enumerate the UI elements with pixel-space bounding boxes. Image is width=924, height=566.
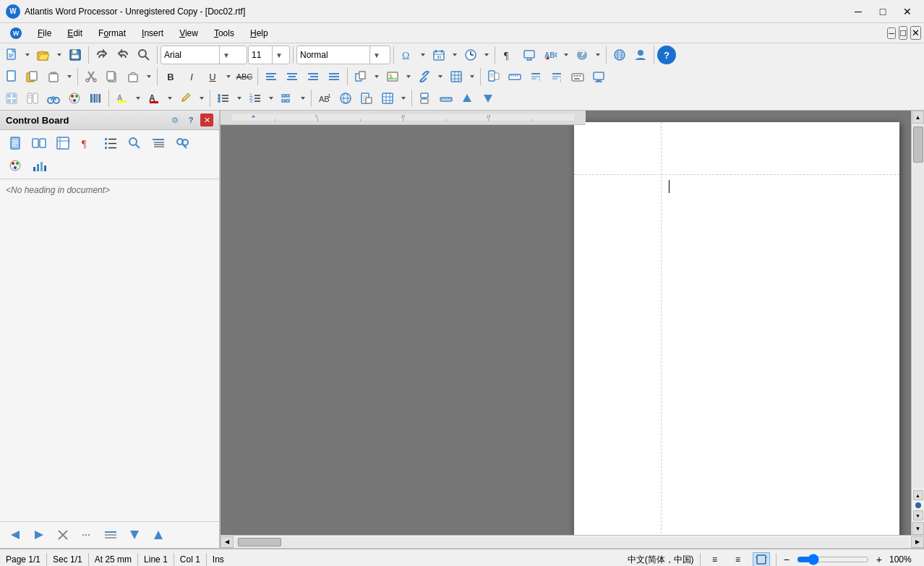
hscroll-track[interactable] (235, 537, 910, 547)
nav-up-button[interactable] (457, 88, 477, 108)
menu-tools[interactable]: Tools (207, 25, 241, 41)
new-button[interactable] (1, 45, 22, 65)
hscroll-left-button[interactable]: ◀ (221, 536, 234, 548)
strikethrough-button[interactable]: ABC (234, 67, 254, 87)
ruler-button[interactable] (505, 67, 525, 87)
clock-dropdown[interactable] (482, 45, 492, 65)
paste-button[interactable] (43, 67, 64, 87)
num-list-dropdown[interactable] (266, 88, 276, 108)
vertical-scrollbar[interactable]: ▲ ▲ ▼ ▼ (911, 111, 924, 535)
horizontal-scrollbar[interactable]: ◀ ▶ (221, 535, 924, 548)
doc-thumb-button[interactable] (1, 88, 22, 108)
menu-file[interactable]: File (30, 25, 59, 41)
brush-button[interactable] (176, 88, 196, 108)
open-dropdown-button[interactable] (54, 45, 64, 65)
bullet-list-button[interactable] (213, 88, 234, 108)
cb-search-button[interactable] (124, 133, 145, 153)
copy-button[interactable] (102, 67, 122, 87)
align-justify-button[interactable] (324, 67, 344, 87)
new-file-small-button[interactable] (1, 67, 22, 87)
align-left-button[interactable] (261, 67, 281, 87)
scroll-track[interactable] (912, 124, 924, 489)
copy-format-button[interactable] (22, 67, 43, 87)
paste2-button[interactable] (123, 67, 143, 87)
view-mode-lines-button[interactable]: ≡ (706, 552, 724, 566)
omega-dropdown[interactable] (418, 45, 428, 65)
menu-restore-button[interactable]: □ (899, 26, 907, 40)
monitor-button[interactable] (589, 67, 609, 87)
insert-link-dropdown[interactable] (435, 67, 445, 87)
table2-dropdown[interactable] (398, 88, 408, 108)
scroll-up-button[interactable]: ▲ (912, 111, 924, 124)
font-color-button[interactable]: A (144, 88, 164, 108)
save-button[interactable] (65, 45, 85, 65)
cb-pilcrow-button[interactable]: ¶ (76, 133, 98, 153)
document-page[interactable] (574, 122, 899, 535)
insert-object-button[interactable] (351, 67, 371, 87)
menu-view[interactable]: View (172, 25, 205, 41)
window-maximize-button[interactable]: □ (872, 4, 894, 19)
page-content[interactable] (574, 122, 899, 535)
doc-list-button[interactable] (22, 88, 43, 108)
keyboard-button[interactable] (568, 67, 588, 87)
internet-link-button[interactable] (335, 88, 356, 108)
cb-doc-map-button[interactable] (52, 133, 74, 153)
cb-find-button[interactable] (171, 133, 193, 153)
download-dropdown[interactable] (593, 45, 603, 65)
download-button[interactable] (572, 45, 592, 65)
highlight-dropdown[interactable] (133, 88, 143, 108)
spellcheck-button[interactable]: ABC (540, 45, 560, 65)
insert-special-button[interactable] (446, 67, 466, 87)
menu-edit[interactable]: Edit (60, 25, 90, 41)
footnote-button[interactable]: ↑ (526, 67, 546, 87)
cb-nav-prev-button[interactable] (4, 525, 26, 545)
cb-multi-page-button[interactable] (28, 133, 50, 153)
control-board-settings-button[interactable]: ⚙ (168, 113, 181, 127)
insert-image-button[interactable] (382, 67, 403, 87)
clock-button[interactable] (461, 45, 481, 65)
cb-single-page-button[interactable] (4, 133, 26, 153)
zoom-slider[interactable] (797, 554, 869, 565)
calendar-button[interactable]: 31 (429, 45, 449, 65)
window-minimize-button[interactable]: ─ (847, 4, 869, 19)
underline-button[interactable]: U (202, 67, 223, 87)
style-dropdown[interactable]: Normal ▼ (296, 46, 390, 64)
scroll-down-button[interactable]: ▼ (912, 522, 924, 535)
insert-dropdown[interactable] (372, 67, 382, 87)
binoculars-button[interactable] (43, 88, 64, 108)
cb-nav-lines-button[interactable] (100, 525, 121, 545)
nav-down-button[interactable] (478, 88, 498, 108)
zoom-in-button[interactable]: + (875, 554, 884, 565)
ruler2-button[interactable] (436, 88, 456, 108)
spellcheck-dropdown[interactable] (561, 45, 571, 65)
font-size-dropdown[interactable]: 11 ▼ (248, 46, 290, 64)
style-arrow[interactable]: ▼ (369, 46, 383, 64)
hscroll-thumb[interactable] (238, 538, 281, 546)
palette-button[interactable] (64, 88, 85, 108)
scroll-top-button[interactable]: ▲ (913, 490, 923, 500)
undo-button[interactable] (92, 45, 112, 65)
person-button[interactable] (630, 45, 651, 65)
cb-list-button[interactable] (100, 133, 121, 153)
italic-button[interactable]: I (181, 67, 202, 87)
barcode-button[interactable] (85, 88, 106, 108)
page-layout-button[interactable] (484, 67, 504, 87)
cb-chart-button[interactable] (28, 155, 50, 176)
cb-nav-stop-button[interactable] (52, 525, 74, 545)
calendar-dropdown[interactable] (450, 45, 460, 65)
endnote-button[interactable]: ↓ (547, 67, 567, 87)
align-right-button[interactable] (303, 67, 323, 87)
window-close-button[interactable]: ✕ (897, 4, 918, 19)
insert-table-dropdown[interactable] (467, 67, 477, 87)
status-lang[interactable]: 中文(简体，中国) (628, 554, 694, 566)
view-mode-lines2-button[interactable]: ≡ (730, 552, 747, 566)
cb-nav-bottom-button[interactable] (147, 525, 169, 545)
paste-dropdown[interactable] (64, 67, 74, 87)
font-name-arrow[interactable]: ▼ (219, 46, 233, 64)
menu-help[interactable]: Help (243, 25, 275, 41)
scroll-thumb[interactable] (913, 127, 923, 163)
paste2-dropdown[interactable] (144, 67, 154, 87)
page-tools-button[interactable] (415, 88, 435, 108)
pilcrow-button[interactable]: ¶ (498, 45, 518, 65)
menu-format[interactable]: Format (91, 25, 133, 41)
